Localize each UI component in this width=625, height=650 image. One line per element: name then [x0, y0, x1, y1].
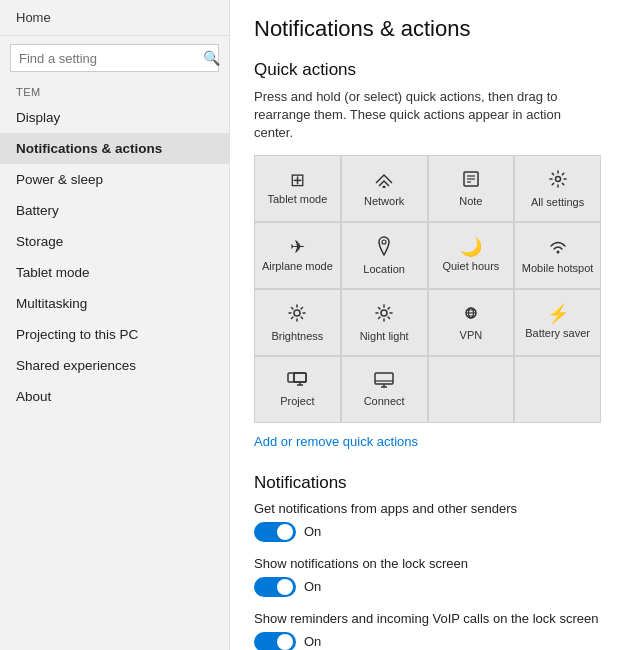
qa-battery-saver[interactable]: ⚡ Battery saver — [515, 290, 600, 355]
qa-network-label: Network — [364, 195, 404, 208]
toggle-row-0: On — [254, 522, 601, 542]
notif-label-2: Show reminders and incoming VoIP calls o… — [254, 611, 601, 626]
svg-point-8 — [294, 310, 300, 316]
toggle-knob-1 — [277, 579, 293, 595]
toggle-2[interactable] — [254, 632, 296, 650]
sidebar-item-projecting[interactable]: Projecting to this PC — [0, 319, 229, 350]
qa-all-settings[interactable]: All settings — [515, 156, 600, 221]
quick-actions-description: Press and hold (or select) quick actions… — [254, 88, 601, 143]
sidebar-item-storage[interactable]: Storage — [0, 226, 229, 257]
svg-rect-36 — [375, 373, 393, 384]
battery-saver-icon: ⚡ — [547, 305, 569, 323]
sidebar-item-shared[interactable]: Shared experiences — [0, 350, 229, 381]
svg-point-17 — [381, 310, 387, 316]
toggle-row-1: On — [254, 577, 601, 597]
add-remove-link[interactable]: Add or remove quick actions — [254, 434, 418, 449]
toggle-text-1: On — [304, 579, 321, 594]
qa-location-label: Location — [363, 263, 405, 276]
notifications-title: Notifications — [254, 473, 601, 493]
toggle-row-2: On — [254, 632, 601, 650]
qa-connect[interactable]: Connect — [342, 357, 427, 422]
qa-airplane[interactable]: ✈ Airplane mode — [255, 223, 340, 288]
hotspot-icon — [547, 237, 569, 258]
settings-icon — [548, 169, 568, 192]
qa-mobile-hotspot[interactable]: Mobile hotspot — [515, 223, 600, 288]
notif-item-1: Show notifications on the lock screen On — [254, 556, 601, 597]
vpn-icon — [461, 304, 481, 325]
svg-line-14 — [301, 317, 303, 319]
sidebar-section-label: tem — [0, 80, 229, 102]
sidebar-search-box[interactable]: 🔍 — [10, 44, 219, 72]
svg-point-6 — [382, 240, 386, 244]
qa-vpn[interactable]: VPN — [429, 290, 514, 355]
qa-project-label: Project — [280, 395, 314, 408]
svg-line-24 — [388, 307, 390, 309]
notifications-section: Notifications Get notifications from app… — [254, 473, 601, 650]
qa-vpn-label: VPN — [460, 329, 483, 342]
svg-point-0 — [383, 185, 386, 188]
qa-note[interactable]: Note — [429, 156, 514, 221]
qa-night-light[interactable]: Night light — [342, 290, 427, 355]
svg-line-23 — [388, 317, 390, 319]
svg-point-7 — [556, 250, 559, 253]
notif-item-2: Show reminders and incoming VoIP calls o… — [254, 611, 601, 650]
sidebar-home[interactable]: Home — [0, 0, 229, 36]
qa-tablet-label: Tablet mode — [267, 193, 327, 206]
toggle-0[interactable] — [254, 522, 296, 542]
airplane-icon: ✈ — [290, 238, 305, 256]
svg-line-15 — [301, 307, 303, 309]
search-icon: 🔍 — [195, 45, 228, 71]
search-input[interactable] — [11, 46, 195, 71]
sidebar-item-tablet[interactable]: Tablet mode — [0, 257, 229, 288]
svg-point-5 — [555, 176, 560, 181]
svg-line-25 — [379, 317, 381, 319]
location-icon — [376, 236, 392, 259]
notif-item-0: Get notifications from apps and other se… — [254, 501, 601, 542]
qa-hotspot-label: Mobile hotspot — [522, 262, 594, 275]
sidebar-item-display[interactable]: Display — [0, 102, 229, 133]
qa-battery-label: Battery saver — [525, 327, 590, 340]
svg-line-22 — [379, 307, 381, 309]
qa-network[interactable]: Network — [342, 156, 427, 221]
qa-tablet-mode[interactable]: ⊞ Tablet mode — [255, 156, 340, 221]
sidebar-item-multitasking[interactable]: Multitasking — [0, 288, 229, 319]
qa-empty-1 — [429, 357, 514, 422]
qa-brightness[interactable]: Brightness — [255, 290, 340, 355]
toggle-knob-0 — [277, 524, 293, 540]
qa-empty-2 — [515, 357, 600, 422]
main-content: Notifications & actions Quick actions Pr… — [230, 0, 625, 650]
tablet-mode-icon: ⊞ — [290, 171, 305, 189]
qa-note-label: Note — [459, 195, 482, 208]
connect-icon — [374, 372, 394, 391]
svg-line-13 — [292, 307, 294, 309]
quiet-hours-icon: 🌙 — [460, 238, 482, 256]
toggle-knob-2 — [277, 634, 293, 650]
qa-project[interactable]: Project — [255, 357, 340, 422]
brightness-icon — [287, 303, 307, 326]
qa-location[interactable]: Location — [342, 223, 427, 288]
sidebar-item-notifications[interactable]: Notifications & actions — [0, 133, 229, 164]
qa-allsettings-label: All settings — [531, 196, 584, 209]
toggle-text-2: On — [304, 634, 321, 649]
notif-label-0: Get notifications from apps and other se… — [254, 501, 601, 516]
quick-actions-grid: ⊞ Tablet mode Network — [254, 155, 601, 423]
qa-quiet-label: Quiet hours — [442, 260, 499, 273]
qa-brightness-label: Brightness — [271, 330, 323, 343]
qa-quiet-hours[interactable]: 🌙 Quiet hours — [429, 223, 514, 288]
notif-label-1: Show notifications on the lock screen — [254, 556, 601, 571]
svg-line-16 — [292, 317, 294, 319]
sidebar-item-battery[interactable]: Battery — [0, 195, 229, 226]
sidebar: Home 🔍 tem Display Notifications & actio… — [0, 0, 230, 650]
toggle-1[interactable] — [254, 577, 296, 597]
project-icon — [287, 372, 307, 391]
night-light-icon — [374, 303, 394, 326]
network-icon — [374, 170, 394, 191]
svg-rect-32 — [294, 373, 306, 382]
page-title: Notifications & actions — [254, 16, 601, 42]
qa-airplane-label: Airplane mode — [262, 260, 333, 273]
sidebar-item-about[interactable]: About — [0, 381, 229, 412]
toggle-text-0: On — [304, 524, 321, 539]
qa-nightlight-label: Night light — [360, 330, 409, 343]
qa-connect-label: Connect — [364, 395, 405, 408]
sidebar-item-power[interactable]: Power & sleep — [0, 164, 229, 195]
